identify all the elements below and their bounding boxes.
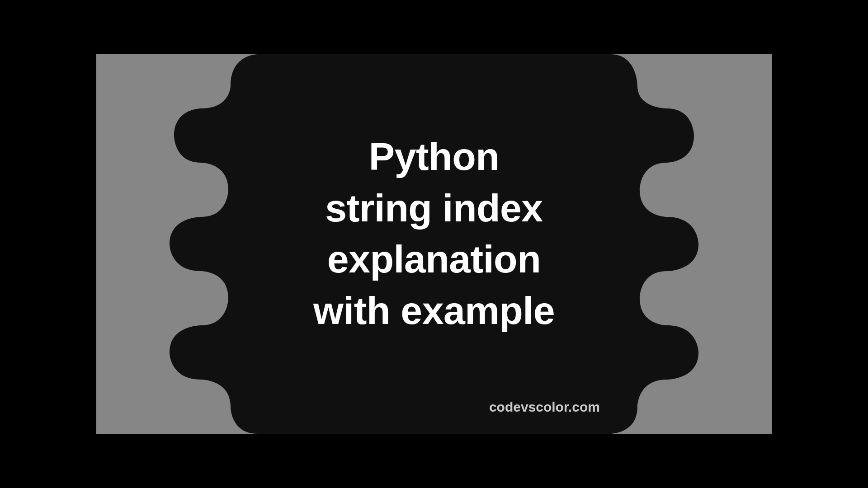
title-block: Python string index explanation with exa…	[96, 131, 772, 336]
title-line-3: explanation	[96, 234, 772, 285]
title-line-2: string index	[96, 183, 772, 234]
title-line-4: with example	[96, 285, 772, 337]
title-line-1: Python	[96, 131, 772, 183]
watermark-text: codevscolor.com	[489, 399, 600, 415]
banner-container: Python string index explanation with exa…	[96, 54, 772, 434]
